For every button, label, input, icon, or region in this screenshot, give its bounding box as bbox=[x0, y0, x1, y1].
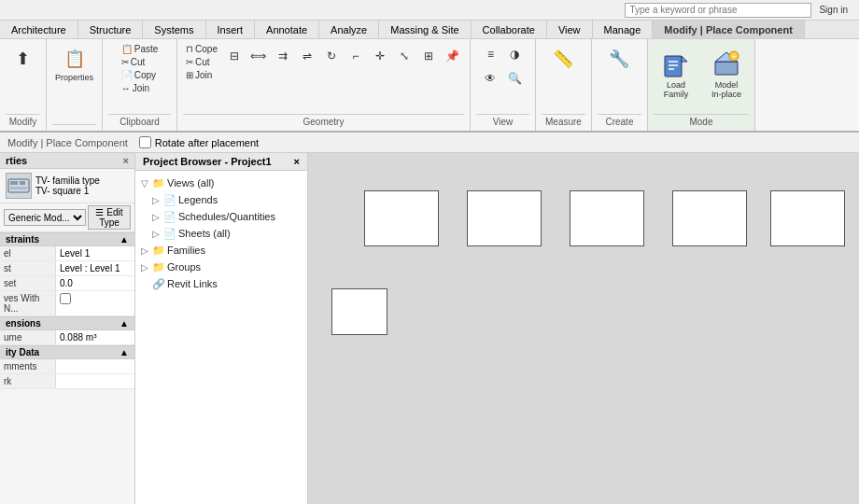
graphics-icon: ◑ bbox=[505, 45, 524, 63]
browser-item-groups[interactable]: ▷ 📁 Groups bbox=[135, 259, 307, 275]
join-icon: ↔ bbox=[121, 83, 131, 93]
model-inplace-btn[interactable]: + ModelIn-place bbox=[704, 43, 749, 103]
copy-btn[interactable]: 📄 Copy bbox=[119, 69, 162, 81]
tab-modify[interactable]: Modify | Place Component bbox=[653, 21, 805, 38]
views-label: Views (all) bbox=[167, 177, 215, 189]
comments-value[interactable] bbox=[56, 359, 134, 373]
views-toggle[interactable]: ▽ bbox=[139, 177, 150, 189]
legends-toggle[interactable]: ▷ bbox=[150, 194, 162, 205]
move-btn[interactable]: ✛ bbox=[369, 45, 391, 67]
show-hidden-btn[interactable]: 🔍 bbox=[503, 67, 526, 90]
offset-value[interactable]: 0.0 bbox=[56, 276, 134, 290]
align-btn[interactable]: ⊟ bbox=[223, 45, 246, 67]
properties-close-btn[interactable]: × bbox=[123, 155, 129, 166]
browser-close-btn[interactable]: × bbox=[294, 156, 300, 167]
host-label: st bbox=[0, 261, 56, 275]
pin-btn[interactable]: 📌 bbox=[442, 45, 464, 67]
sign-in-button[interactable]: Sign in bbox=[811, 5, 855, 15]
panel-object-preview: TV- familia type TV- square 1 bbox=[0, 169, 134, 203]
tab-analyze[interactable]: Analyze bbox=[319, 21, 379, 38]
array-btn[interactable]: ⊞ bbox=[417, 45, 440, 67]
cut-btn[interactable]: ✂ Cut bbox=[119, 56, 162, 68]
offset-row: set 0.0 bbox=[0, 276, 134, 291]
subtitle-bar: Modify | Place Component Rotate after pl… bbox=[0, 133, 859, 153]
thin-lines-btn[interactable]: ≡ bbox=[479, 43, 501, 65]
moves-checkbox[interactable] bbox=[60, 293, 71, 304]
sheets-toggle[interactable]: ▷ bbox=[150, 228, 162, 239]
load-family-btn[interactable]: LoadFamily bbox=[654, 43, 698, 103]
browser-item-legends[interactable]: ▷ 📄 Legends bbox=[135, 191, 307, 208]
edit-type-btn[interactable]: ☰ Edit Type bbox=[88, 205, 131, 230]
cope-icon: ⊓ bbox=[186, 44, 193, 54]
rotate-after-placement-label[interactable]: Rotate after placement bbox=[139, 136, 259, 148]
browser-item-families[interactable]: ▷ 📁 Families bbox=[135, 242, 307, 259]
tab-collaborate[interactable]: Collaborate bbox=[472, 21, 547, 38]
schedules-toggle[interactable]: ▷ bbox=[150, 211, 162, 222]
split-btn[interactable]: ⟺ bbox=[247, 45, 270, 67]
graphics-btn[interactable]: ◑ bbox=[503, 43, 526, 65]
create-icon: 🔧 bbox=[605, 45, 633, 73]
mirror-btn[interactable]: ⇌ bbox=[296, 45, 318, 67]
rotate-after-placement-checkbox[interactable] bbox=[139, 136, 151, 148]
mark-value[interactable] bbox=[56, 374, 134, 388]
project-browser: Project Browser - Project1 × ▽ 📁 Views (… bbox=[135, 153, 308, 504]
rotate-btn[interactable]: ↻ bbox=[320, 45, 343, 67]
moves-value[interactable] bbox=[56, 291, 134, 315]
hide-btn[interactable]: 👁 bbox=[479, 67, 501, 90]
browser-tree: ▽ 📁 Views (all) ▷ 📄 Legends ▷ 📄 Schedule… bbox=[135, 171, 307, 504]
canvas-rect-3 bbox=[570, 190, 644, 246]
browser-item-schedules[interactable]: ▷ 📄 Schedules/Quantities bbox=[135, 208, 307, 225]
load-family-label: LoadFamily bbox=[664, 80, 689, 99]
dimensions-collapse-icon[interactable]: ▲ bbox=[120, 318, 129, 329]
trim-icon: ⌐ bbox=[346, 47, 365, 65]
identity-collapse-icon[interactable]: ▲ bbox=[120, 347, 129, 357]
join-geom-label: Join bbox=[195, 70, 212, 80]
create-btn[interactable]: 🔧 bbox=[602, 43, 636, 75]
tab-view[interactable]: View bbox=[547, 21, 593, 38]
tab-architecture[interactable]: Architecture bbox=[0, 21, 78, 38]
groups-toggle[interactable]: ▷ bbox=[139, 261, 150, 273]
dimensions-header-text: ensions bbox=[6, 318, 41, 329]
level-value[interactable]: Level 1 bbox=[56, 246, 134, 260]
tab-systems[interactable]: Systems bbox=[143, 21, 205, 38]
select-icon: ⬆ bbox=[9, 45, 37, 73]
identity-header-text: ity Data bbox=[6, 347, 39, 357]
offset-label: set bbox=[0, 276, 56, 290]
measure-btn[interactable]: 📏 bbox=[546, 43, 580, 75]
scale-btn[interactable]: ⤡ bbox=[393, 45, 415, 67]
cope-btn[interactable]: ⊓ Cope bbox=[183, 43, 220, 55]
join-geometry-btn[interactable]: ⊞ Join bbox=[183, 69, 220, 81]
browser-item-sheets[interactable]: ▷ 📄 Sheets (all) bbox=[135, 225, 307, 242]
canvas-rect-2 bbox=[467, 190, 542, 246]
canvas-content bbox=[308, 153, 859, 504]
canvas-area[interactable] bbox=[308, 153, 859, 504]
browser-item-views[interactable]: ▽ 📁 Views (all) bbox=[135, 175, 307, 191]
thin-lines-icon: ≡ bbox=[481, 45, 500, 63]
edit-type-icon: ☰ bbox=[95, 207, 104, 217]
paste-btn[interactable]: 📋 Paste bbox=[119, 43, 162, 55]
constraints-collapse-icon[interactable]: ▲ bbox=[120, 234, 129, 245]
tab-insert[interactable]: Insert bbox=[206, 21, 256, 38]
tab-massing-site[interactable]: Massing & Site bbox=[379, 21, 471, 38]
join-label: Join bbox=[133, 83, 149, 93]
rotate-after-placement-text: Rotate after placement bbox=[155, 137, 259, 148]
modify-select-btn[interactable]: ⬆ bbox=[7, 43, 40, 75]
join-btn[interactable]: ↔ Join bbox=[119, 82, 162, 94]
tab-bar: Architecture Structure Systems Insert An… bbox=[0, 21, 859, 39]
tab-manage[interactable]: Manage bbox=[593, 21, 654, 38]
tab-structure[interactable]: Structure bbox=[78, 21, 144, 38]
ribbon-group-measure: 📏 Measure bbox=[536, 39, 592, 131]
properties-btn[interactable]: 📋 Properties bbox=[52, 43, 96, 84]
cut-geometry-btn[interactable]: ✂ Cut bbox=[183, 56, 220, 68]
tab-annotate[interactable]: Annotate bbox=[255, 21, 319, 38]
groups-icon: 📁 bbox=[152, 260, 165, 273]
view-group-label: View bbox=[476, 114, 529, 127]
search-input[interactable] bbox=[625, 3, 811, 18]
browser-item-revit-links[interactable]: ▷ 🔗 Revit Links bbox=[135, 275, 307, 292]
trim-btn[interactable]: ⌐ bbox=[345, 45, 367, 67]
families-toggle[interactable]: ▷ bbox=[139, 245, 150, 256]
offset-btn[interactable]: ⇉ bbox=[272, 45, 294, 67]
measure-group-label: Measure bbox=[542, 114, 585, 127]
sheets-icon: 📄 bbox=[163, 227, 176, 240]
type-selector-dropdown[interactable]: Generic Mod... bbox=[4, 209, 86, 226]
